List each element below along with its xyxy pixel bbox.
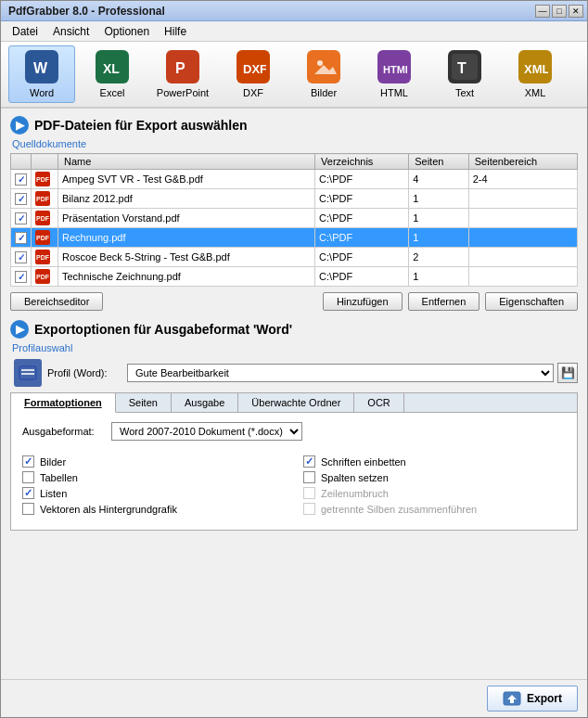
option-checkbox[interactable]	[303, 487, 315, 499]
menu-ansicht[interactable]: Ansicht	[45, 23, 96, 40]
profile-select-wrapper: Gute Bearbeitbarkeit 💾	[127, 363, 578, 383]
tab-ausgabe[interactable]: Ausgabe	[172, 393, 238, 412]
table-row[interactable]: ✓ PDF Bilanz 2012.pdf C:\PDF 1	[11, 189, 578, 209]
option-row-right: Zeilenumbruch	[303, 487, 566, 499]
option-row-left: Vektoren als Hintergrundgrafik	[22, 503, 285, 515]
svg-text:XML: XML	[524, 62, 548, 76]
menu-optionen[interactable]: Optionen	[96, 23, 157, 40]
col-icon	[32, 154, 58, 170]
table-row[interactable]: ✓ PDF Roscoe Beck 5-String - Test G&B.pd…	[11, 248, 578, 267]
file-range	[468, 228, 577, 248]
section2-arrow: ▶	[10, 320, 29, 339]
svg-text:DXF: DXF	[243, 62, 266, 76]
save-profile-button[interactable]: 💾	[557, 363, 578, 383]
text-label: Text	[455, 87, 474, 98]
hinzufuegen-button[interactable]: Hinzufügen	[323, 292, 403, 311]
ausgabeformat-select[interactable]: Word 2007-2010 Dokument (*.docx)	[111, 422, 302, 441]
option-label: Tabellen	[40, 472, 78, 483]
file-name: Präsentation Vorstand.pdf	[58, 209, 315, 228]
file-dir: C:\PDF	[315, 170, 409, 189]
option-label: Spalten setzen	[321, 472, 389, 483]
close-button[interactable]: ✕	[569, 5, 583, 18]
entfernen-button[interactable]: Entfernen	[408, 292, 480, 311]
file-checkbox[interactable]: ✓	[11, 267, 32, 287]
menu-hilfe[interactable]: Hilfe	[157, 23, 194, 40]
toolbar-bilder[interactable]: Bilder	[290, 45, 357, 103]
file-pdf-icon: PDF	[32, 228, 58, 248]
option-checkbox[interactable]	[22, 503, 34, 515]
file-dir: C:\PDF	[315, 209, 409, 228]
toolbar-html[interactable]: HTML HTML	[361, 45, 428, 103]
table-row[interactable]: ✓ PDF Rechnung.pdf C:\PDF 1	[11, 228, 578, 248]
file-name: Roscoe Beck 5-String - Test G&B.pdf	[58, 248, 315, 267]
toolbar-excel[interactable]: XL Excel	[79, 45, 146, 103]
bilder-icon	[307, 50, 340, 83]
table-row[interactable]: ✓ PDF Präsentation Vorstand.pdf C:\PDF 1	[11, 209, 578, 228]
bilder-label: Bilder	[311, 87, 337, 98]
maximize-button[interactable]: □	[552, 5, 567, 18]
col-check	[11, 154, 32, 170]
option-label: Bilder	[40, 456, 66, 468]
profile-select[interactable]: Gute Bearbeitbarkeit	[127, 364, 554, 382]
excel-label: Excel	[100, 87, 125, 98]
profile-icon	[14, 359, 42, 387]
file-checkbox[interactable]: ✓	[11, 170, 32, 189]
section2-title: Exportoptionen für Ausgabeformat 'Word'	[34, 322, 292, 337]
option-checkbox[interactable]	[22, 471, 34, 483]
svg-text:W: W	[33, 60, 48, 76]
file-dir: C:\PDF	[315, 248, 409, 267]
section2-subtitle: Profilauswahl	[12, 342, 578, 353]
bereichseditor-button[interactable]: Bereichseditor	[10, 292, 103, 311]
format-row: Ausgabeformat: Word 2007-2010 Dokument (…	[22, 422, 566, 441]
option-checkbox[interactable]	[303, 455, 315, 468]
xml-label: XML	[525, 87, 546, 98]
option-label: getrennte Silben zusammenführen	[321, 504, 477, 515]
file-name: Rechnung.pdf	[58, 228, 315, 248]
file-pdf-icon: PDF	[32, 189, 58, 209]
svg-text:P: P	[175, 60, 185, 76]
tab-formatoptionen[interactable]: Formatoptionen	[11, 393, 116, 413]
file-checkbox[interactable]: ✓	[11, 209, 32, 228]
table-row[interactable]: ✓ PDF Technische Zeichnung.pdf C:\PDF 1	[11, 267, 578, 287]
minimize-button[interactable]: —	[535, 5, 550, 18]
file-name: Technische Zeichnung.pdf	[58, 267, 315, 287]
tab-seiten[interactable]: Seiten	[116, 393, 172, 412]
file-checkbox[interactable]: ✓	[11, 228, 32, 248]
toolbar-text[interactable]: T Text	[431, 45, 498, 103]
profile-row: Profil (Word): Gute Bearbeitbarkeit 💾	[10, 359, 578, 387]
export-button[interactable]: Export	[487, 686, 578, 712]
tab-content: Ausgabeformat: Word 2007-2010 Dokument (…	[11, 413, 577, 530]
file-checkbox[interactable]: ✓	[11, 248, 32, 267]
option-checkbox[interactable]	[22, 455, 34, 468]
tab-uberwachte-ordner[interactable]: Überwachte Ordner	[238, 393, 354, 412]
toolbar-word[interactable]: W Word	[8, 45, 75, 103]
dxf-icon: DXF	[236, 50, 270, 83]
option-checkbox[interactable]	[303, 503, 315, 515]
file-range	[468, 267, 577, 287]
file-pages: 4	[409, 170, 469, 189]
file-name: Ampeg SVT VR - Test G&B.pdf	[58, 170, 315, 189]
tab-ocr[interactable]: OCR	[354, 393, 403, 412]
table-row[interactable]: ✓ PDF Ampeg SVT VR - Test G&B.pdf C:\PDF…	[11, 170, 578, 189]
title-bar: PdfGrabber 8.0 - Professional — □ ✕	[1, 1, 587, 21]
svg-rect-19	[21, 373, 34, 375]
section1-header: ▶ PDF-Dateien für Export auswählen	[10, 116, 578, 135]
toolbar-powerpoint[interactable]: P PowerPoint	[149, 45, 216, 103]
section1-subtitle: Quelldokumente	[12, 138, 578, 149]
option-checkbox[interactable]	[22, 487, 34, 499]
file-pages: 1	[409, 209, 469, 228]
eigenschaften-button[interactable]: Eigenschaften	[485, 292, 578, 311]
option-row-right: Schriften einbetten	[303, 455, 566, 468]
toolbar-dxf[interactable]: DXF DXF	[220, 45, 287, 103]
file-checkbox[interactable]: ✓	[11, 189, 32, 209]
section1-title: PDF-Dateien für Export auswählen	[34, 118, 247, 133]
section1-arrow: ▶	[10, 116, 29, 135]
toolbar: W Word XL Excel P PowerPoint	[1, 42, 587, 109]
menu-datei[interactable]: Datei	[5, 23, 45, 40]
file-pdf-icon: PDF	[32, 267, 58, 287]
dxf-label: DXF	[243, 87, 263, 98]
powerpoint-label: PowerPoint	[157, 87, 209, 98]
option-checkbox[interactable]	[303, 471, 315, 483]
svg-rect-18	[21, 369, 34, 371]
toolbar-xml[interactable]: XML XML	[502, 45, 569, 103]
